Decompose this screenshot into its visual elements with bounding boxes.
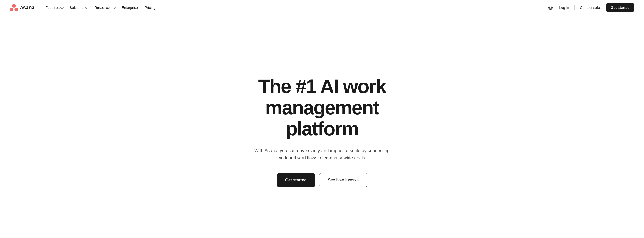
nav-item-solutions[interactable]: Solutions [67,4,90,12]
svg-point-4 [550,6,552,10]
chevron-down-icon [60,6,64,9]
nav-solutions-button[interactable]: Solutions [67,4,90,12]
svg-point-2 [14,8,18,12]
nav-item-pricing[interactable]: Pricing [142,4,158,12]
hero-section: The #1 AI work management platform With … [0,15,644,238]
hero-cta-buttons: Get started See how it works [276,173,368,187]
contact-sales-button[interactable]: Contact sales [578,4,604,12]
svg-point-0 [12,4,16,8]
see-how-it-works-button[interactable]: See how it works [319,173,368,187]
globe-button[interactable] [546,3,555,12]
globe-icon [548,5,553,10]
nav-item-features[interactable]: Features [43,4,65,12]
logo-text: asana [20,5,34,11]
nav-item-resources[interactable]: Resources [92,4,117,12]
logo[interactable]: asana [10,3,34,12]
get-started-hero-button[interactable]: Get started [276,173,315,187]
nav-links: Features Solutions Resources Enterprise [43,4,158,12]
nav-enterprise-link[interactable]: Enterprise [119,4,140,12]
nav-divider [574,5,575,10]
nav-features-button[interactable]: Features [43,4,65,12]
nav-left: asana Features Solutions Resources [10,3,158,12]
hero-subtitle: With Asana, you can drive clarity and im… [253,147,391,162]
nav-pricing-link[interactable]: Pricing [142,4,158,12]
chevron-down-icon [85,6,88,9]
hero-title: The #1 AI work management platform [229,76,415,139]
svg-point-1 [10,8,14,12]
nav-item-enterprise[interactable]: Enterprise [119,4,140,12]
chevron-down-icon [112,6,116,9]
get-started-nav-button[interactable]: Get started [606,3,634,12]
nav-resources-button[interactable]: Resources [92,4,117,12]
login-button[interactable]: Log In [557,4,572,12]
asana-logo-icon [10,3,18,12]
svg-point-3 [548,6,553,10]
navbar: asana Features Solutions Resources [0,0,644,15]
nav-right: Log In Contact sales Get started [546,3,634,12]
